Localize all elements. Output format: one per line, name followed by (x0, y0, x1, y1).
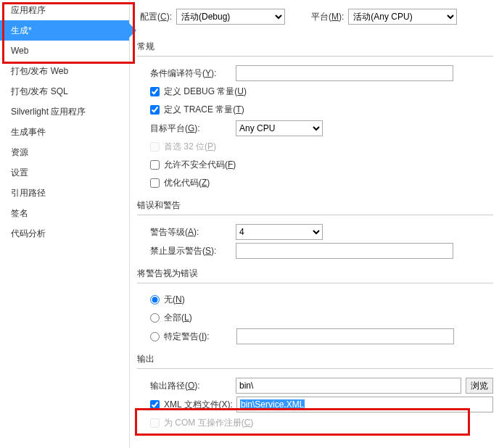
platform-label: 平台(M): (311, 11, 344, 23)
config-label: 配置(C): (140, 11, 172, 23)
warning-level-select[interactable]: 4 (236, 224, 323, 240)
config-select[interactable]: 活动(Debug) (176, 9, 285, 25)
treat-specific-input[interactable] (236, 328, 454, 344)
unsafe-checkbox[interactable] (150, 160, 160, 170)
sidebar-item-package-sql[interactable]: 打包/发布 SQL (0, 81, 129, 101)
treat-none-label: 无(N) (164, 294, 185, 306)
xml-doc-checkbox[interactable] (150, 400, 160, 410)
sidebar-item-code-analysis[interactable]: 代码分析 (0, 223, 129, 244)
optimize-label: 优化代码(Z) (164, 177, 210, 189)
sidebar-item-package-web[interactable]: 打包/发布 Web (0, 61, 129, 81)
sidebar-item-web[interactable]: Web (0, 41, 129, 61)
target-platform-label: 目标平台(G): (150, 123, 236, 135)
debug-const-label: 定义 DEBUG 常量(U) (164, 86, 247, 98)
suppress-warnings-label: 禁止显示警告(S): (150, 245, 236, 257)
suppress-warnings-input[interactable] (236, 243, 453, 259)
prefer32-label: 首选 32 位(P) (164, 141, 216, 153)
trace-const-checkbox[interactable] (150, 105, 160, 115)
section-errors: 错误和警告 (137, 196, 493, 215)
com-interop-checkbox (150, 418, 160, 428)
section-treat-warnings: 将警告视为错误 (137, 265, 493, 283)
sidebar-item-signing[interactable]: 签名 (0, 203, 129, 223)
treat-all-radio[interactable] (150, 313, 160, 323)
platform-select[interactable]: 活动(Any CPU) (348, 9, 457, 25)
treat-all-label: 全部(L) (164, 312, 192, 324)
xml-doc-label: XML 文档文件(X): (164, 399, 236, 411)
xml-doc-input[interactable]: bin\Service.XML (236, 397, 493, 412)
target-platform-select[interactable]: Any CPU (236, 120, 323, 136)
sidebar-item-settings[interactable]: 设置 (0, 162, 129, 183)
sidebar-item-silverlight[interactable]: Silverlight 应用程序 (0, 101, 129, 122)
debug-const-checkbox[interactable] (150, 87, 160, 96)
sidebar-item-application[interactable]: 应用程序 (0, 0, 129, 20)
treat-specific-label: 特定警告(I): (164, 331, 236, 343)
section-general: 常规 (137, 38, 493, 57)
trace-const-label: 定义 TRACE 常量(T) (164, 104, 244, 116)
sidebar-item-resources[interactable]: 资源 (0, 142, 129, 162)
conditional-symbols-input[interactable] (236, 65, 453, 81)
browse-button[interactable]: 浏览 (466, 378, 493, 394)
unsafe-label: 允许不安全代码(F) (164, 159, 236, 171)
prefer32-checkbox (150, 142, 160, 152)
sidebar-item-build[interactable]: 生成* (0, 20, 129, 41)
output-path-input[interactable] (236, 378, 461, 394)
conditional-symbols-label: 条件编译符号(Y): (150, 67, 236, 80)
warning-level-label: 警告等级(A): (150, 226, 236, 238)
section-output: 输出 (137, 350, 493, 369)
sidebar-item-reference-paths[interactable]: 引用路径 (0, 183, 129, 203)
sidebar: 应用程序 生成* Web 打包/发布 Web 打包/发布 SQL Silverl… (0, 0, 130, 448)
treat-specific-radio[interactable] (150, 332, 160, 341)
treat-none-radio[interactable] (150, 295, 160, 304)
optimize-checkbox[interactable] (150, 178, 160, 188)
output-path-label: 输出路径(O): (150, 380, 236, 392)
com-interop-label: 为 COM 互操作注册(C) (164, 417, 253, 429)
sidebar-item-build-events[interactable]: 生成事件 (0, 122, 129, 142)
